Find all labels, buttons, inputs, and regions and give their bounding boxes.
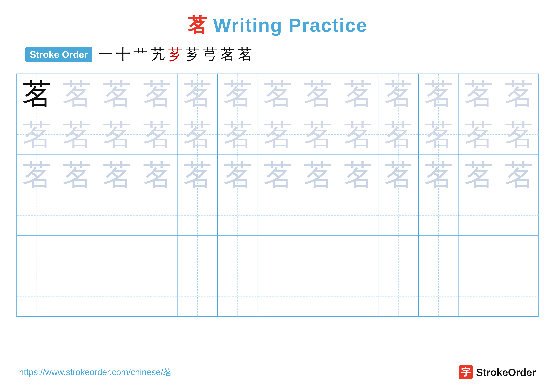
- grid-cell[interactable]: 茗: [419, 74, 459, 114]
- practice-char: 茗: [143, 80, 171, 108]
- grid-cell[interactable]: 茗: [298, 114, 338, 155]
- grid-row-3: 茗 茗 茗 茗 茗 茗 茗 茗 茗 茗 茗 茗 茗: [17, 155, 538, 195]
- practice-char: 茗: [505, 161, 533, 189]
- grid-cell[interactable]: 茗: [258, 155, 298, 195]
- grid-cell[interactable]: 茗: [218, 155, 258, 195]
- grid-cell[interactable]: 茗: [338, 74, 379, 114]
- grid-cell[interactable]: [137, 236, 177, 276]
- grid-cell[interactable]: [137, 195, 177, 235]
- grid-cell[interactable]: [218, 276, 258, 316]
- grid-cell[interactable]: 茗: [137, 114, 177, 155]
- grid-cell[interactable]: [177, 276, 218, 316]
- grid-cell[interactable]: [177, 236, 218, 276]
- practice-char: 茗: [384, 120, 413, 149]
- grid-cell[interactable]: 茗: [57, 155, 97, 195]
- grid-cell[interactable]: [218, 195, 258, 235]
- grid-cell[interactable]: 茗: [97, 155, 137, 195]
- grid-cell[interactable]: [338, 236, 379, 276]
- grid-cell[interactable]: 茗: [379, 155, 419, 195]
- grid-cell[interactable]: 茗: [17, 74, 57, 114]
- stroke-2: 十: [116, 45, 130, 64]
- grid-cell[interactable]: 茗: [177, 114, 218, 155]
- grid-cell[interactable]: [419, 236, 459, 276]
- grid-cell[interactable]: [177, 195, 218, 235]
- practice-char: 茗: [384, 80, 413, 108]
- grid-cell[interactable]: 茗: [298, 74, 338, 114]
- practice-char: 茗: [22, 80, 51, 108]
- grid-cell[interactable]: [459, 276, 499, 316]
- grid-cell[interactable]: 茗: [459, 155, 499, 195]
- grid-cell[interactable]: [17, 236, 57, 276]
- stroke-sequence: 一 十 艹 艽 芗 芗 芎 茗 茗: [99, 45, 252, 64]
- grid-cell[interactable]: [298, 276, 338, 316]
- grid-cell[interactable]: 茗: [137, 155, 177, 195]
- grid-cell[interactable]: 茗: [459, 74, 499, 114]
- grid-cell[interactable]: 茗: [218, 74, 258, 114]
- grid-cell[interactable]: [379, 195, 419, 235]
- grid-cell[interactable]: [499, 195, 539, 235]
- grid-cell[interactable]: 茗: [177, 155, 218, 195]
- brand-logo: 字: [459, 365, 473, 379]
- grid-cell[interactable]: [97, 276, 137, 316]
- grid-cell[interactable]: [459, 236, 499, 276]
- practice-char: 茗: [304, 80, 332, 108]
- practice-char: 茗: [223, 80, 252, 108]
- grid-cell[interactable]: 茗: [17, 114, 57, 155]
- brand-logo-char: 字: [461, 366, 470, 379]
- grid-cell[interactable]: [499, 276, 539, 316]
- title-text: Writing Practice: [207, 14, 367, 36]
- stroke-order-badge: Stroke Order: [25, 47, 92, 62]
- practice-char: 茗: [263, 161, 292, 189]
- grid-cell[interactable]: [258, 236, 298, 276]
- grid-cell[interactable]: [258, 276, 298, 316]
- grid-cell[interactable]: [57, 195, 97, 235]
- practice-char: 茗: [63, 120, 91, 149]
- grid-cell[interactable]: [258, 195, 298, 235]
- grid-cell[interactable]: 茗: [379, 114, 419, 155]
- grid-cell[interactable]: [97, 195, 137, 235]
- grid-cell[interactable]: [57, 276, 97, 316]
- grid-cell[interactable]: 茗: [177, 74, 218, 114]
- grid-cell[interactable]: 茗: [258, 74, 298, 114]
- grid-cell[interactable]: [57, 236, 97, 276]
- grid-row-6: [17, 276, 538, 316]
- grid-cell[interactable]: [97, 236, 137, 276]
- practice-char: 茗: [465, 80, 493, 108]
- grid-cell[interactable]: 茗: [57, 114, 97, 155]
- grid-cell[interactable]: [419, 276, 459, 316]
- grid-cell[interactable]: [17, 276, 57, 316]
- grid-cell[interactable]: 茗: [499, 155, 539, 195]
- practice-char: 茗: [505, 120, 533, 149]
- grid-cell[interactable]: [419, 195, 459, 235]
- grid-cell[interactable]: 茗: [459, 114, 499, 155]
- grid-cell[interactable]: 茗: [419, 155, 459, 195]
- grid-cell[interactable]: [298, 195, 338, 235]
- grid-cell[interactable]: [338, 276, 379, 316]
- grid-cell[interactable]: [338, 195, 379, 235]
- grid-cell[interactable]: 茗: [338, 114, 379, 155]
- grid-cell[interactable]: [298, 236, 338, 276]
- practice-char: 茗: [263, 120, 292, 149]
- grid-cell[interactable]: [17, 195, 57, 235]
- grid-cell[interactable]: [379, 276, 419, 316]
- grid-cell[interactable]: 茗: [97, 74, 137, 114]
- grid-cell[interactable]: 茗: [499, 114, 539, 155]
- grid-cell[interactable]: 茗: [379, 74, 419, 114]
- grid-cell[interactable]: 茗: [218, 114, 258, 155]
- grid-cell[interactable]: [218, 236, 258, 276]
- grid-cell[interactable]: 茗: [97, 114, 137, 155]
- grid-cell[interactable]: 茗: [137, 74, 177, 114]
- grid-cell[interactable]: 茗: [419, 114, 459, 155]
- grid-cell[interactable]: [459, 195, 499, 235]
- grid-cell[interactable]: [379, 236, 419, 276]
- grid-cell[interactable]: 茗: [298, 155, 338, 195]
- grid-cell[interactable]: 茗: [258, 114, 298, 155]
- grid-cell[interactable]: 茗: [338, 155, 379, 195]
- practice-char: 茗: [223, 120, 252, 149]
- practice-char: 茗: [63, 80, 91, 108]
- grid-cell[interactable]: [137, 276, 177, 316]
- grid-cell[interactable]: 茗: [57, 74, 97, 114]
- grid-cell[interactable]: 茗: [17, 155, 57, 195]
- grid-cell[interactable]: [499, 236, 539, 276]
- grid-cell[interactable]: 茗: [499, 74, 539, 114]
